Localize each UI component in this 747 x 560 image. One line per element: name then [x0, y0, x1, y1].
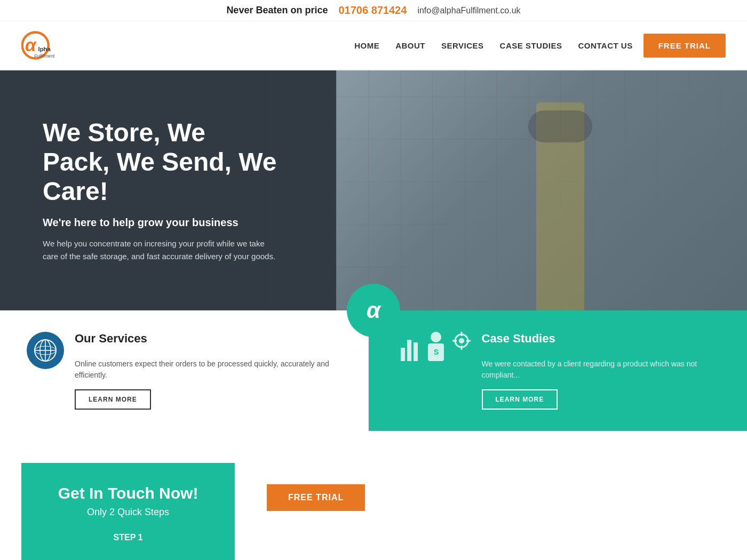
bar-chart-icon: [401, 332, 419, 361]
free-trial-bottom-button[interactable]: FREE TRIAL: [267, 484, 365, 511]
hero-heading: We Store, We Pack, We Send, We Care!: [43, 118, 277, 206]
get-in-touch-section: Get In Touch Now! Only 2 Quick Steps STE…: [0, 431, 747, 560]
svg-text:S: S: [434, 348, 439, 356]
alpha-letter: α: [367, 298, 380, 323]
services-case-row: α Our Services Online customers: [0, 310, 747, 431]
get-in-touch-box: Get In Touch Now! Only 2 Quick Steps STE…: [21, 463, 235, 560]
settings-icon: [452, 332, 471, 361]
case-studies-icons: S: [401, 332, 471, 361]
services-panel: Our Services Online customers expect the…: [0, 310, 369, 431]
hero-body: We help you concentrate on incresing you…: [43, 237, 277, 263]
hero-section: We Store, We Pack, We Send, We Care! We'…: [0, 70, 747, 310]
services-icon-area: Our Services Online customers expect the…: [27, 332, 341, 410]
case-studies-learn-more-button[interactable]: LEARN MORE: [482, 389, 558, 410]
case-studies-text: Case Studies We were contacted by a clie…: [482, 332, 716, 410]
get-in-touch-subheading: Only 2 Quick Steps: [87, 507, 169, 518]
tagline: Never Beaten on price: [226, 5, 328, 16]
hero-content: We Store, We Pack, We Send, We Care! We'…: [0, 86, 320, 295]
svg-point-14: [431, 332, 441, 342]
hero-worker-figure: [480, 102, 640, 305]
case-studies-heading: Case Studies: [482, 332, 716, 346]
main-nav: α lpha Fulfilment HOME ABOUT SERVICES CA…: [0, 21, 747, 70]
alpha-center-logo: α: [347, 284, 400, 337]
nav-about[interactable]: ABOUT: [395, 41, 425, 50]
top-bar: Never Beaten on price 01706 871424 info@…: [0, 0, 747, 21]
svg-text:α: α: [25, 35, 37, 55]
case-studies-body: We were contacted by a client regarding …: [482, 358, 716, 381]
phone-number[interactable]: 01706 871424: [338, 4, 407, 17]
free-trial-nav-button[interactable]: FREE TRIAL: [643, 34, 726, 58]
logo-icon: α lpha Fulfilment: [21, 27, 59, 64]
svg-text:Fulfilment: Fulfilment: [35, 53, 55, 59]
case-studies-icon-area: S Case Studies We were contacted by a cl…: [401, 332, 716, 410]
services-body: Online customers expect their orders to …: [75, 358, 341, 381]
nav-links: HOME ABOUT SERVICES CASE STUDIES CONTACT…: [354, 41, 633, 50]
logo[interactable]: α lpha Fulfilment: [21, 27, 59, 64]
person-icon: S: [423, 332, 449, 361]
get-in-touch-heading: Get In Touch Now!: [58, 484, 198, 502]
svg-rect-13: [414, 342, 418, 361]
step-label: STEP 1: [114, 533, 143, 542]
services-heading: Our Services: [75, 332, 341, 346]
services-learn-more-button[interactable]: LEARN MORE: [75, 389, 151, 410]
nav-case-studies[interactable]: CASE STUDIES: [500, 41, 562, 50]
free-trial-bottom-area: FREE TRIAL: [267, 463, 365, 511]
svg-point-18: [459, 338, 464, 343]
svg-rect-12: [407, 340, 411, 361]
case-studies-panel: S Case Studies We were contacted by a cl…: [369, 310, 748, 431]
email-address[interactable]: info@alphaFulfilment.co.uk: [417, 6, 520, 15]
nav-services[interactable]: SERVICES: [441, 41, 484, 50]
hero-subheading: We're here to help grow your business: [43, 217, 277, 229]
services-icon: [27, 332, 64, 369]
nav-home[interactable]: HOME: [354, 41, 379, 50]
svg-rect-11: [401, 348, 405, 361]
services-text: Our Services Online customers expect the…: [75, 332, 341, 410]
nav-contact[interactable]: CONTACT US: [578, 41, 632, 50]
svg-rect-5: [528, 110, 592, 142]
globe-svg: [32, 337, 59, 364]
svg-text:lpha: lpha: [38, 46, 51, 52]
